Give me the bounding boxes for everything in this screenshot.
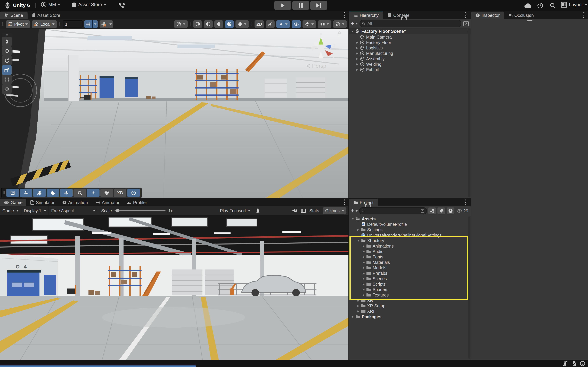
tree-item[interactable]: ▶ XR Setup xyxy=(349,303,471,309)
tree-item[interactable]: ▶ Exhibit xyxy=(349,67,471,72)
hidden-packages-warning-button[interactable] xyxy=(447,208,454,214)
expand-arrow[interactable]: ▼ xyxy=(350,217,355,220)
tab-asset-store[interactable]: Asset Store xyxy=(27,12,65,19)
expand-arrow[interactable]: ▶ xyxy=(355,57,360,60)
wireframe-toggle[interactable] xyxy=(193,20,202,28)
debug-mode-dropdown[interactable] xyxy=(235,20,249,28)
cache-server-icon[interactable] xyxy=(572,361,577,366)
snap-increment-dropdown[interactable] xyxy=(108,20,113,28)
create-asset-dropdown[interactable]: + xyxy=(351,208,358,213)
tree-item[interactable]: ▶ Assembly xyxy=(349,56,471,61)
tree-item[interactable]: ▶ Prefabs xyxy=(349,270,471,276)
gizmos-dropdown[interactable] xyxy=(333,20,347,28)
tab-simulator[interactable]: Simulator xyxy=(26,199,58,206)
hierarchy-scrollbar[interactable] xyxy=(468,28,470,197)
game-viewport[interactable]: O 4 xyxy=(0,216,348,360)
pause-button[interactable] xyxy=(292,1,309,10)
project-search[interactable] xyxy=(359,207,427,214)
expand-arrow[interactable]: ▶ xyxy=(361,255,366,259)
fullscreen-button[interactable] xyxy=(6,189,19,197)
tree-item[interactable]: ▶ Manufacturing xyxy=(349,51,471,56)
filter-by-type-button[interactable] xyxy=(428,208,436,214)
tree-item[interactable]: UniversalRenderPipelineGlobalSettings xyxy=(349,233,471,238)
aspect-dropdown[interactable]: Free Aspect xyxy=(49,206,98,215)
tab-animator[interactable]: Animator xyxy=(92,199,123,206)
overlay-drag-handle[interactable]: ‖ xyxy=(189,21,192,27)
tree-item[interactable]: ▶ Welding xyxy=(349,61,471,67)
search-overlay-button[interactable] xyxy=(73,189,86,197)
2d-view-toggle[interactable]: 2D xyxy=(255,20,264,28)
project-search-input[interactable] xyxy=(366,208,419,213)
effects-dropdown[interactable] xyxy=(276,20,290,28)
vsync-icon[interactable] xyxy=(301,208,306,213)
tree-item[interactable]: ▶ Factory Floor xyxy=(349,40,471,45)
audio-toggle[interactable] xyxy=(266,20,275,28)
view-tool-button[interactable] xyxy=(2,37,12,46)
scale-tool-button[interactable] xyxy=(2,65,12,75)
project-scrollbar[interactable] xyxy=(468,216,470,359)
layers-dropdown[interactable] xyxy=(303,20,316,28)
scale-slider[interactable] xyxy=(114,209,165,213)
move-overlay-button[interactable] xyxy=(87,189,100,197)
asset-store-menu[interactable]: Asset Store xyxy=(71,2,106,8)
scene-visibility-toggle[interactable] xyxy=(292,20,301,28)
expand-arrow[interactable]: ▶ xyxy=(361,283,366,286)
create-object-dropdown[interactable]: + xyxy=(351,21,358,26)
filter-by-label-button[interactable] xyxy=(437,208,445,214)
expand-arrow[interactable]: ▶ xyxy=(361,261,366,264)
open-search-window-icon[interactable] xyxy=(463,21,469,26)
xb-overlay-button[interactable]: XB xyxy=(114,189,126,197)
axis-gizmo-overlay[interactable]: y z x Persp xyxy=(304,29,348,100)
stats-toggle[interactable]: Stats xyxy=(309,208,319,213)
handle-orientation-dropdown[interactable]: Local xyxy=(32,20,57,28)
expand-arrow[interactable]: ▼ xyxy=(350,30,355,33)
grid-visibility-dropdown[interactable] xyxy=(93,20,98,28)
panel-menu-kebab[interactable] xyxy=(465,200,467,205)
solid-shading-toggle[interactable] xyxy=(214,20,223,28)
scene-settings-button[interactable] xyxy=(20,189,32,197)
hierarchy-search-input[interactable] xyxy=(367,21,459,26)
tree-item[interactable]: ▶ Textures xyxy=(349,292,471,298)
shaded-wireframe-toggle[interactable] xyxy=(204,20,213,28)
transform-tool-button[interactable] xyxy=(2,84,12,94)
grid-visibility-toggle[interactable]: Y xyxy=(84,20,92,28)
lock-icon[interactable] xyxy=(527,15,531,21)
layout-menu[interactable]: Layout xyxy=(561,2,587,8)
tree-item[interactable]: ▶ Scripts xyxy=(349,281,471,287)
expand-arrow[interactable]: ▶ xyxy=(361,244,366,248)
expand-arrow[interactable]: ▶ xyxy=(361,250,366,253)
panel-menu-kebab[interactable] xyxy=(344,12,345,18)
prefab-overlay-button[interactable] xyxy=(60,189,73,197)
step-button[interactable] xyxy=(310,1,327,10)
display-dropdown[interactable]: Display 1 xyxy=(21,206,49,215)
tree-item[interactable]: ▼ Assets xyxy=(349,216,471,222)
expand-arrow[interactable]: ▶ xyxy=(355,63,360,66)
overlay-drag-handle[interactable]: ‖ xyxy=(3,190,5,196)
search-icon[interactable] xyxy=(550,2,556,9)
tab-occlusion[interactable]: Occlusion xyxy=(504,12,538,19)
history-icon[interactable] xyxy=(537,2,544,9)
expand-arrow[interactable]: ▶ xyxy=(361,277,366,280)
tree-item[interactable]: ▶ Settings xyxy=(349,227,471,233)
tab-inspector[interactable]: Inspector xyxy=(471,12,504,19)
tree-item[interactable]: ▶ Shaders xyxy=(349,287,471,292)
grid-size-field[interactable]: 1 xyxy=(63,20,83,28)
tab-project[interactable]: Project xyxy=(349,199,378,206)
slider-thumb[interactable] xyxy=(116,209,119,212)
overlay-drag-handle[interactable]: ‖ xyxy=(2,21,4,27)
camera-view-dropdown[interactable] xyxy=(318,20,331,28)
expand-arrow[interactable]: ▶ xyxy=(361,266,366,269)
move-tool-button[interactable] xyxy=(2,46,12,56)
tree-item[interactable]: ▶ XR xyxy=(349,298,471,303)
scene-viewport[interactable]: ≡ xyxy=(0,29,348,198)
pivot-dropdown[interactable]: Pivot xyxy=(6,20,30,28)
camera-record-button[interactable] xyxy=(100,189,113,197)
tree-item[interactable]: ▶ Scenes xyxy=(349,276,471,281)
tree-item[interactable]: ▶ Logistics xyxy=(349,45,471,51)
expand-arrow[interactable]: ▶ xyxy=(355,52,360,55)
version-control-icon[interactable] xyxy=(119,3,125,8)
draw-mode-dropdown[interactable] xyxy=(174,20,188,28)
tab-game[interactable]: Game xyxy=(0,199,26,206)
rotate-tool-button[interactable] xyxy=(2,56,12,65)
expand-arrow[interactable]: ▶ xyxy=(361,293,366,297)
